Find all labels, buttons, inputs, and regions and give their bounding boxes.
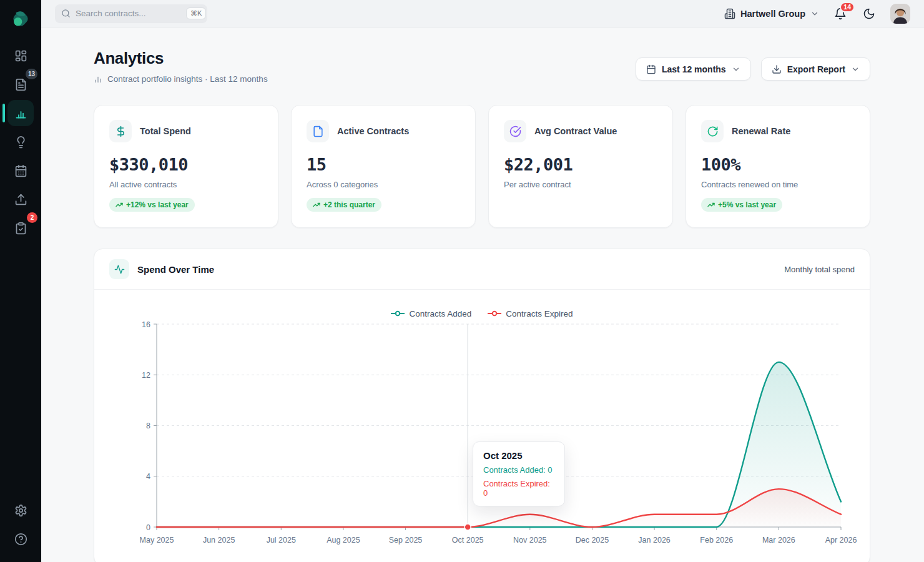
stat-subtext: Across 0 categories — [307, 180, 460, 189]
stat-card-renewal-rate: Renewal Rate 100% Contracts renewed on t… — [686, 105, 870, 228]
avatar-image — [890, 4, 910, 24]
page-header: Analytics Contract portfolio insights · … — [94, 49, 870, 84]
x-axis-tick-label: Apr 2026 — [825, 536, 857, 545]
stat-trend-badge: +2 this quarter — [307, 198, 381, 212]
org-switcher[interactable]: Hartwell Group — [724, 8, 819, 19]
sidebar-item-settings[interactable] — [7, 497, 34, 523]
chart-header: Spend Over Time Monthly total spend — [94, 249, 870, 290]
search-shortcut-badge: ⌘K — [186, 7, 206, 19]
legend-item[interactable]: Contracts Added — [391, 307, 471, 320]
x-axis-tick-label: Sep 2025 — [389, 536, 423, 545]
sidebar-item-help[interactable] — [7, 526, 34, 552]
user-avatar[interactable] — [890, 4, 910, 24]
y-axis-tick-label: 16 — [142, 320, 150, 329]
x-axis-tick-label: Jan 2026 — [638, 536, 670, 545]
x-axis-tick-label: Jul 2025 — [267, 536, 296, 545]
help-circle-icon — [14, 533, 27, 546]
sidebar-item-calendar[interactable] — [7, 157, 34, 184]
line-chart[interactable]: 0481216May 2025Jun 2025Jul 2025Aug 2025S… — [94, 320, 870, 557]
stat-card-active-contracts: Active Contracts 15 Across 0 categories … — [291, 105, 476, 228]
stat-value: 100% — [701, 155, 855, 174]
page-subtitle: Contract portfolio insights · Last 12 mo… — [107, 74, 268, 84]
y-axis-tick-label: 12 — [142, 371, 150, 380]
tooltip-title: Oct 2025 — [483, 450, 554, 461]
y-axis-tick-label: 0 — [146, 523, 150, 532]
stat-value: $22,001 — [504, 155, 657, 174]
spend-over-time-card: Spend Over Time Monthly total spend Cont… — [94, 249, 870, 562]
building-icon — [724, 8, 735, 19]
chevron-down-icon — [851, 65, 860, 74]
search-box[interactable]: ⌘K — [55, 4, 207, 23]
x-axis-tick-label: Oct 2025 — [452, 536, 484, 545]
y-axis-tick-label: 8 — [146, 422, 150, 430]
topbar-right: Hartwell Group 14 — [724, 4, 910, 24]
trending-up-icon — [313, 201, 320, 209]
stat-label: Renewal Rate — [732, 126, 790, 136]
stat-label: Active Contracts — [337, 126, 409, 136]
x-axis-tick-label: Mar 2026 — [762, 536, 795, 545]
org-name: Hartwell Group — [740, 9, 805, 19]
x-axis-tick-label: Nov 2025 — [513, 536, 547, 545]
sidebar-item-upload[interactable] — [7, 186, 34, 212]
stat-subtext: Per active contract — [504, 180, 657, 189]
page-title: Analytics — [94, 49, 268, 68]
chart-tooltip: Oct 2025 Contracts Added: 0 Contracts Ex… — [473, 441, 565, 506]
sidebar-nav: 13 2 — [7, 42, 34, 241]
search-icon — [61, 9, 71, 18]
legend-marker-icon — [391, 310, 405, 317]
stat-value: $330,010 — [109, 155, 263, 174]
header-actions: Last 12 months Export Report — [636, 57, 870, 81]
notifications-button[interactable]: 14 — [833, 6, 848, 21]
sidebar: 13 2 — [0, 0, 41, 562]
sidebar-item-contracts[interactable]: 13 — [7, 71, 34, 97]
export-report-label: Export Report — [787, 64, 845, 74]
stat-label: Total Spend — [140, 126, 191, 136]
chart-legend: Contracts AddedContracts Expired — [94, 290, 870, 320]
stat-trend-badge: +5% vs last year — [701, 198, 782, 212]
sidebar-item-insights[interactable] — [7, 129, 34, 155]
x-axis-tick-label: Feb 2026 — [700, 536, 733, 545]
dollar-icon — [109, 120, 132, 142]
moon-icon — [863, 7, 875, 20]
file-icon — [307, 120, 329, 142]
file-text-icon — [14, 78, 27, 91]
stat-card-total-spend: Total Spend $330,010 All active contract… — [94, 105, 278, 228]
theme-toggle-button[interactable] — [862, 6, 877, 21]
trending-up-icon — [707, 201, 715, 209]
app-logo[interactable] — [8, 6, 33, 31]
circle-check-icon — [504, 120, 526, 142]
chevron-down-icon — [732, 65, 740, 74]
search-input[interactable] — [76, 9, 186, 18]
bar-chart-icon — [14, 107, 27, 120]
sidebar-item-dashboard[interactable] — [7, 42, 34, 69]
stat-subtext: All active contracts — [109, 180, 263, 189]
gear-icon — [14, 504, 27, 517]
stat-label: Avg Contract Value — [534, 126, 617, 136]
chart-title: Spend Over Time — [137, 264, 214, 275]
calendar-icon — [14, 164, 27, 177]
sidebar-item-analytics[interactable] — [7, 100, 34, 126]
topbar: ⌘K Hartwell Group 14 — [41, 0, 924, 27]
chart-subtitle-right: Monthly total spend — [784, 265, 855, 274]
legend-item[interactable]: Contracts Expired — [488, 307, 573, 320]
legend-label: Contracts Added — [409, 309, 471, 318]
tooltip-row-expired: Contracts Expired: 0 — [483, 479, 554, 498]
date-range-button[interactable]: Last 12 months — [636, 57, 751, 81]
clipboard-check-icon — [14, 222, 27, 235]
page-subtitle-row: Contract portfolio insights · Last 12 mo… — [94, 74, 268, 84]
export-report-button[interactable]: Export Report — [761, 57, 870, 81]
lightbulb-icon — [14, 136, 27, 149]
stat-value: 15 — [307, 155, 460, 174]
sidebar-footer — [7, 497, 34, 552]
download-icon — [772, 64, 782, 74]
stat-trend-badge: +12% vs last year — [109, 198, 195, 212]
sidebar-item-tasks[interactable]: 2 — [7, 215, 34, 241]
activity-icon — [109, 259, 129, 279]
tasks-count-badge: 2 — [27, 212, 37, 223]
stats-row: Total Spend $330,010 All active contract… — [94, 105, 870, 228]
x-axis-tick-label: Dec 2025 — [576, 536, 609, 545]
chart-body: Contracts AddedContracts Expired 0481216… — [94, 290, 870, 557]
stat-card-avg-value: Avg Contract Value $22,001 Per active co… — [488, 105, 673, 228]
rotate-cw-icon — [701, 120, 724, 142]
layout-dashboard-icon — [14, 49, 27, 62]
